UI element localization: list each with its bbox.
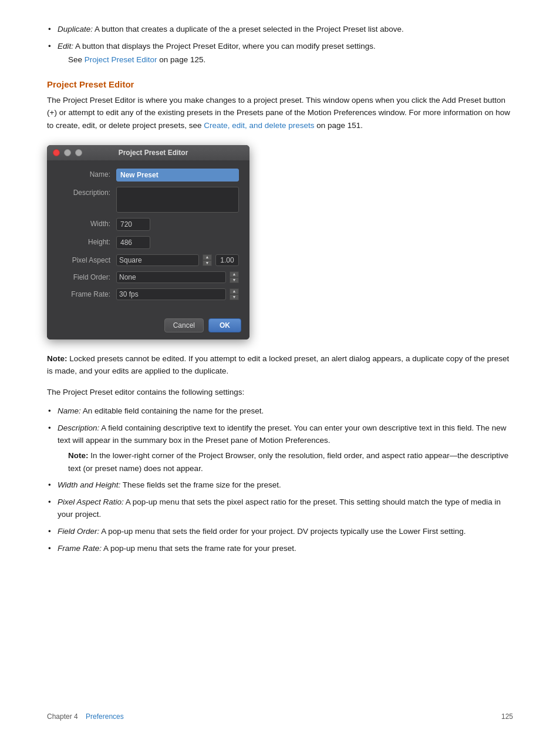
footer-preferences-link[interactable]: Preferences	[86, 712, 124, 721]
frame-rate-label: Frame Rate:	[58, 288, 116, 298]
bullet-fr-text: A pop-up menu that sets the frame rate f…	[102, 544, 296, 553]
name-row: Name:	[58, 169, 239, 181]
minimize-button-icon[interactable]	[64, 149, 71, 156]
edit-sub-text: See Project Preset Editor on page 125.	[68, 54, 513, 66]
pixel-aspect-select[interactable]: Square	[116, 254, 199, 266]
field-order-row: Field Order: None ▲ ▼	[58, 271, 239, 283]
dialog-body: Name: Description: Width: Height: Pixel …	[47, 160, 249, 314]
intro-paragraph: The Project Preset Editor is where you m…	[47, 94, 513, 132]
name-label: Name:	[58, 169, 116, 179]
height-row: Height:	[58, 236, 239, 249]
project-preset-editor-link[interactable]: Project Preset Editor	[85, 55, 157, 64]
bullet-frame-rate: Frame Rate: A pop-up menu that sets the …	[47, 543, 513, 555]
bullet-fr-italic: Frame Rate:	[58, 544, 102, 553]
sub-note-bold: Note:	[68, 451, 89, 460]
height-label: Height:	[58, 236, 116, 246]
frame-rate-select[interactable]: 30 fps	[116, 288, 226, 300]
section-heading: Project Preset Editor	[47, 79, 513, 89]
width-row: Width:	[58, 218, 239, 231]
pixel-aspect-up[interactable]: ▲	[203, 254, 212, 260]
close-button-icon[interactable]	[53, 149, 60, 156]
frame-rate-stepper: ▲ ▼	[230, 288, 239, 300]
dialog-window: Project Preset Editor Name: Description:…	[47, 145, 249, 339]
bullet-wh-italic: Width and Height:	[58, 480, 120, 489]
dialog-titlebar: Project Preset Editor	[47, 145, 249, 160]
bullet-fo-italic: Field Order:	[58, 527, 99, 536]
height-input[interactable]	[116, 236, 150, 249]
note-bold-label: Note:	[47, 354, 68, 363]
frame-rate-row: Frame Rate: 30 fps ▲ ▼	[58, 288, 239, 300]
pixel-aspect-stepper: ▲ ▼	[203, 254, 212, 266]
frame-rate-up[interactable]: ▲	[230, 288, 239, 294]
field-order-controls: None ▲ ▼	[116, 271, 239, 283]
description-input[interactable]	[116, 187, 239, 213]
note-block: Note: Locked presets cannot be edited. I…	[47, 352, 513, 378]
bullet-duplicate-italic: Duplicate:	[58, 25, 93, 33]
field-order-stepper: ▲ ▼	[230, 271, 239, 283]
name-input[interactable]	[116, 169, 239, 181]
bullet-pa-text: A pop-up menu that sets the pixel aspect…	[58, 497, 501, 519]
bullet-desc-italic: Description:	[58, 423, 99, 432]
bullet-width-height: Width and Height: These fields set the f…	[47, 479, 513, 492]
frame-rate-down[interactable]: ▼	[230, 294, 239, 300]
pixel-aspect-down[interactable]: ▼	[203, 260, 212, 266]
dialog-footer: Cancel OK	[47, 314, 249, 339]
pixel-aspect-value: 1.00	[215, 254, 239, 266]
dialog-container: Project Preset Editor Name: Description:…	[47, 145, 513, 339]
desc-sub-note: Note: In the lower-right corner of the P…	[68, 449, 513, 475]
pixel-aspect-label: Pixel Aspect	[58, 254, 116, 264]
bullet-name: Name: An editable field containing the n…	[47, 405, 513, 418]
intro-list-text: The Project Preset editor contains the f…	[47, 386, 513, 399]
bullet-name-text: An editable field containing the name fo…	[81, 406, 264, 415]
bullet-wh-text: These fields set the frame size for the …	[120, 480, 281, 489]
pixel-aspect-controls: Square ▲ ▼ 1.00	[116, 254, 239, 266]
bullet-desc-text: A field containing descriptive text to i…	[58, 423, 506, 445]
ok-button[interactable]: OK	[208, 318, 241, 332]
bullet-name-italic: Name:	[58, 406, 81, 415]
field-order-select[interactable]: None	[116, 271, 226, 283]
description-label: Description:	[58, 187, 116, 197]
bullet-pixel-aspect: Pixel Aspect Ratio: A pop-up menu that s…	[47, 496, 513, 521]
bullet-edit: Edit: A button that displays the Project…	[47, 41, 513, 66]
bullet-fo-text: A pop-up menu that sets the field order …	[99, 527, 465, 536]
bullet-description: Description: A field containing descript…	[47, 422, 513, 475]
footer-chapter-label: Chapter 4	[47, 712, 78, 721]
bullet-pa-italic: Pixel Aspect Ratio:	[58, 497, 124, 506]
field-order-label: Field Order:	[58, 271, 116, 281]
page-footer: Chapter 4 Preferences 125	[0, 712, 560, 721]
footer-page-number: 125	[501, 712, 513, 721]
cancel-button[interactable]: Cancel	[164, 318, 204, 332]
pixel-aspect-row: Pixel Aspect Square ▲ ▼ 1.00	[58, 254, 239, 266]
bullet-duplicate-text: A button that creates a duplicate of the…	[93, 25, 404, 33]
bullet-edit-text: A button that displays the Project Prese…	[73, 42, 376, 51]
field-order-up[interactable]: ▲	[230, 271, 239, 277]
footer-chapter: Chapter 4 Preferences	[47, 712, 124, 721]
intro-suffix: on page 151.	[315, 121, 363, 130]
description-row: Description:	[58, 187, 239, 213]
frame-rate-controls: 30 fps ▲ ▼	[116, 288, 239, 300]
width-label: Width:	[58, 218, 116, 228]
top-bullet-list: Duplicate: A button that creates a dupli…	[47, 23, 513, 66]
maximize-button-icon[interactable]	[75, 149, 82, 156]
edit-see-text: See	[68, 55, 85, 64]
create-edit-link[interactable]: Create, edit, and delete presets	[204, 121, 314, 130]
bullet-field-order: Field Order: A pop-up menu that sets the…	[47, 526, 513, 538]
sub-note-text: In the lower-right corner of the Project…	[68, 451, 508, 473]
field-order-down[interactable]: ▼	[230, 277, 239, 283]
bullet-edit-italic: Edit:	[58, 42, 73, 51]
bottom-bullet-list: Name: An editable field containing the n…	[47, 405, 513, 555]
width-input[interactable]	[116, 218, 150, 231]
note-text: Locked presets cannot be edited. If you …	[47, 354, 509, 376]
dialog-title: Project Preset Editor	[86, 149, 220, 157]
bullet-duplicate: Duplicate: A button that creates a dupli…	[47, 23, 513, 36]
edit-link-suffix: on page 125.	[157, 55, 206, 64]
